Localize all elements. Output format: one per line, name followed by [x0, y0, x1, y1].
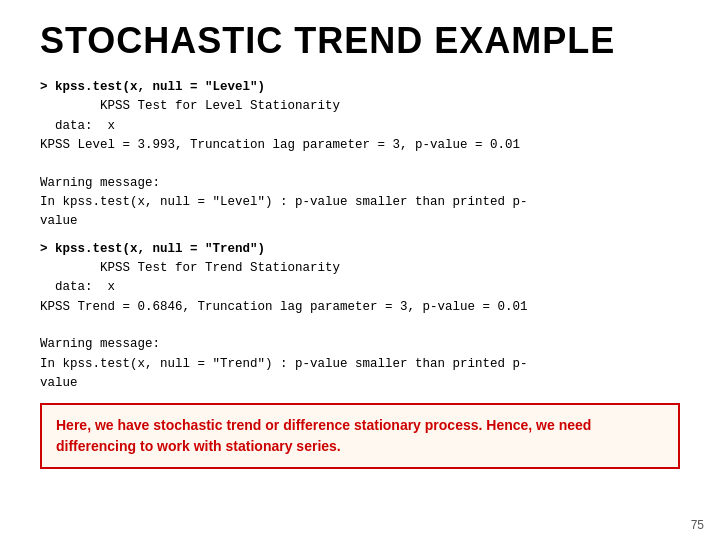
code-line: > kpss.test(x, null = "Trend")	[40, 240, 680, 259]
warning-line: In kpss.test(x, null = "Level") : p-valu…	[40, 193, 680, 212]
code-section-1: > kpss.test(x, null = "Level") KPSS Test…	[40, 78, 680, 156]
warning-line: value	[40, 374, 680, 393]
code-section-2: > kpss.test(x, null = "Trend") KPSS Test…	[40, 240, 680, 318]
page-number: 75	[691, 518, 704, 532]
code-line: > kpss.test(x, null = "Level")	[40, 78, 680, 97]
code-line: KPSS Trend = 0.6846, Truncation lag para…	[40, 298, 680, 317]
code-line: data: x	[40, 278, 680, 297]
warning-line: value	[40, 212, 680, 231]
warning-line: In kpss.test(x, null = "Trend") : p-valu…	[40, 355, 680, 374]
code-block: > kpss.test(x, null = "Level") KPSS Test…	[40, 78, 680, 393]
code-line: KPSS Test for Trend Stationarity	[40, 259, 680, 278]
highlight-box: Here, we have stochastic trend or differ…	[40, 403, 680, 469]
code-line: KPSS Test for Level Stationarity	[40, 97, 680, 116]
code-line: data: x	[40, 117, 680, 136]
page-title: STOCHASTIC TREND EXAMPLE	[40, 20, 680, 62]
warning-line: Warning message:	[40, 174, 680, 193]
code-line: KPSS Level = 3.993, Truncation lag param…	[40, 136, 680, 155]
warning-section-2: Warning message: In kpss.test(x, null = …	[40, 335, 680, 393]
warning-section-1: Warning message: In kpss.test(x, null = …	[40, 174, 680, 232]
warning-line: Warning message:	[40, 335, 680, 354]
page-container: STOCHASTIC TREND EXAMPLE > kpss.test(x, …	[0, 0, 720, 540]
